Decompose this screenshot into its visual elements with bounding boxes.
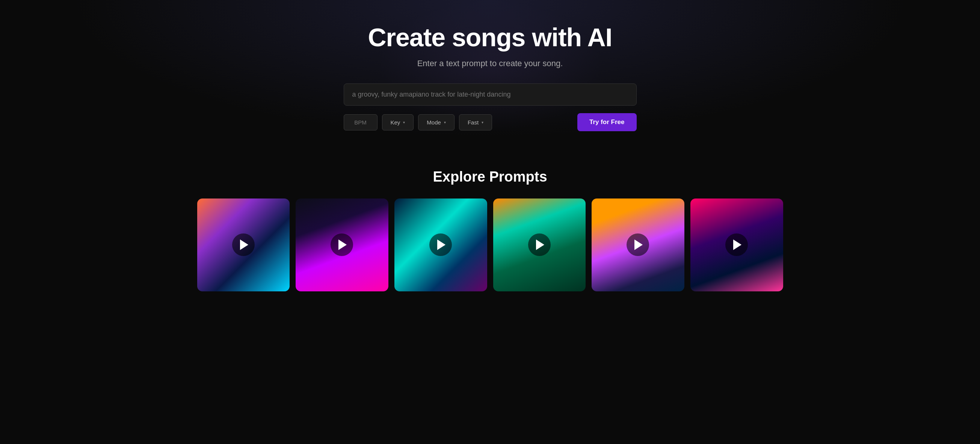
speed-label: Fast	[468, 119, 479, 126]
speed-chevron-icon: ▾	[482, 120, 484, 125]
page-title: Create songs with AI	[368, 22, 612, 52]
play-button-3[interactable]	[430, 233, 452, 256]
hero-section: Create songs with AI Enter a text prompt…	[0, 0, 980, 161]
prompt-input-container	[344, 83, 637, 105]
speed-dropdown[interactable]: Fast ▾	[459, 114, 492, 131]
hero-subtitle: Enter a text prompt to create your song.	[417, 59, 563, 69]
prompt-card-1[interactable]	[197, 198, 290, 291]
play-overlay-5	[592, 198, 684, 291]
play-icon-1	[240, 240, 248, 250]
play-icon-6	[733, 240, 741, 250]
play-icon-5	[635, 240, 643, 250]
play-button-5[interactable]	[627, 233, 649, 256]
prompt-card-3[interactable]	[395, 198, 487, 291]
play-button-2[interactable]	[331, 233, 353, 256]
mode-chevron-icon: ▾	[444, 120, 446, 125]
play-icon-4	[536, 240, 544, 250]
try-for-free-button[interactable]: Try for Free	[578, 113, 637, 131]
play-overlay-6	[690, 198, 783, 291]
play-button-1[interactable]	[232, 233, 255, 256]
play-overlay-2	[296, 198, 388, 291]
play-overlay-1	[197, 198, 290, 291]
prompt-card-2[interactable]	[296, 198, 388, 291]
play-overlay-4	[493, 198, 586, 291]
prompt-input[interactable]	[344, 83, 637, 105]
play-button-4[interactable]	[528, 233, 550, 256]
play-icon-2	[339, 240, 347, 250]
mode-label: Mode	[427, 119, 441, 126]
controls-row: Key ▾ Mode ▾ Fast ▾ Try for Free	[344, 113, 637, 131]
prompt-card-4[interactable]	[493, 198, 586, 291]
mode-dropdown[interactable]: Mode ▾	[418, 114, 455, 131]
explore-section: Explore Prompts	[0, 161, 980, 307]
explore-title: Explore Prompts	[15, 169, 965, 185]
play-icon-3	[437, 240, 445, 250]
bpm-input[interactable]	[344, 114, 377, 131]
key-chevron-icon: ▾	[403, 120, 405, 125]
play-button-6[interactable]	[725, 233, 748, 256]
prompts-grid	[197, 198, 783, 291]
key-dropdown[interactable]: Key ▾	[382, 114, 414, 131]
prompt-card-5[interactable]	[592, 198, 684, 291]
prompt-card-6[interactable]	[690, 198, 783, 291]
play-overlay-3	[395, 198, 487, 291]
key-label: Key	[391, 119, 401, 126]
